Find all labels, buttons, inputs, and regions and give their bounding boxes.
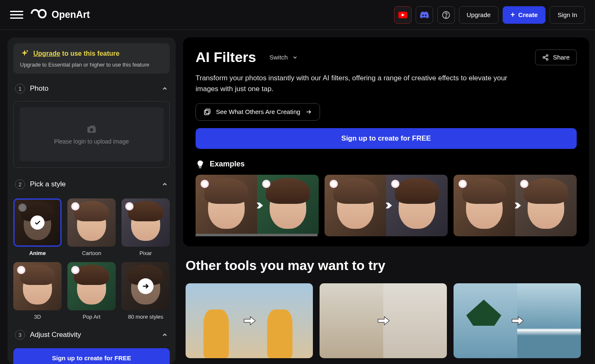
brand-name: OpenArt (52, 9, 90, 20)
arrow-right-icon (509, 201, 521, 210)
step-style-header[interactable]: 2 Pick a style (13, 176, 170, 193)
arrow-right-icon (380, 201, 392, 210)
tool-card-1[interactable] (186, 283, 313, 358)
svg-point-4 (90, 128, 93, 131)
svg-point-2 (446, 17, 446, 17)
content: AI Filters Switch Share Transform your p… (183, 37, 589, 364)
help-icon (442, 11, 450, 19)
step-number: 3 (15, 330, 25, 340)
tool-card-3[interactable] (454, 283, 581, 358)
hero-description: Transform your photos instantly with our… (196, 73, 520, 95)
tools-row (183, 283, 589, 358)
menu-button[interactable] (10, 8, 23, 22)
arrow-right-icon (377, 315, 389, 326)
switch-dropdown[interactable]: Switch (269, 54, 298, 61)
style-pixar[interactable]: Pixar (121, 198, 170, 256)
other-tools-title: Other tools you may want to try (186, 258, 589, 273)
sparkle-icon (20, 49, 29, 58)
discord-icon (420, 11, 429, 19)
arrow-right-icon (511, 315, 523, 326)
upgrade-link[interactable]: Upgrade (33, 50, 60, 57)
svg-point-3 (27, 50, 28, 52)
style-label: Cartoon (82, 250, 101, 256)
gallery-icon (203, 108, 211, 116)
tool-card-2[interactable] (320, 283, 447, 358)
style-label: 3D (34, 314, 41, 320)
discord-button[interactable] (416, 6, 433, 24)
hero: AI Filters Switch Share Transform your p… (183, 37, 589, 246)
step-title: Adjust Creativity (30, 331, 81, 339)
upgrade-subtitle: Upgrade to Essential plan or higher to u… (20, 62, 163, 68)
style-3d[interactable]: 3D (13, 262, 62, 320)
chevron-down-icon (292, 54, 298, 60)
upgrade-button[interactable]: Upgrade (459, 6, 499, 24)
chevron-up-icon (161, 332, 168, 338)
examples-row[interactable] (196, 175, 577, 236)
step-number: 1 (15, 84, 25, 94)
svg-rect-8 (206, 109, 210, 114)
step-title: Photo (30, 84, 48, 93)
style-label: Pixar (139, 250, 152, 256)
style-more[interactable]: 80 more styles (121, 262, 170, 320)
scrollbar-thumb[interactable] (196, 234, 317, 236)
sidebar: Upgrade to use this feature Upgrade to E… (7, 37, 176, 364)
style-popart[interactable]: Pop Art (67, 262, 116, 320)
camera-icon (87, 124, 97, 134)
arrow-right-icon (141, 283, 150, 290)
arrow-right-icon (251, 201, 263, 210)
lightbulb-icon (196, 160, 205, 169)
svg-point-6 (543, 57, 545, 58)
help-button[interactable] (437, 6, 455, 24)
see-others-button[interactable]: See What Others Are Creating (196, 103, 320, 121)
step-photo-header[interactable]: 1 Photo (13, 80, 170, 97)
svg-point-5 (546, 54, 548, 56)
chevron-up-icon (161, 181, 168, 188)
style-label: 80 more styles (128, 314, 164, 320)
create-button[interactable]: + Create (503, 6, 545, 24)
arrow-right-icon (243, 315, 255, 326)
chevron-up-icon (161, 85, 168, 92)
sidebar-signup-button[interactable]: Sign up to create for FREE (13, 348, 170, 364)
example-1[interactable] (196, 175, 319, 236)
example-2[interactable] (325, 175, 448, 236)
style-label: Pop Art (83, 314, 101, 320)
step-title: Pick a style (30, 180, 66, 188)
style-label: Anime (29, 250, 46, 256)
page-title: AI Filters (196, 49, 256, 65)
svg-point-7 (546, 58, 548, 60)
youtube-icon (398, 12, 407, 18)
share-button[interactable]: Share (535, 50, 577, 65)
style-anime[interactable]: Anime (13, 198, 62, 256)
youtube-button[interactable] (394, 6, 412, 24)
step-creativity-header[interactable]: 3 Adjust Creativity (13, 327, 170, 343)
logo[interactable]: OpenArt (30, 8, 90, 22)
logo-icon (30, 8, 47, 22)
check-icon (34, 219, 41, 226)
style-cartoon[interactable]: Cartoon (67, 198, 116, 256)
examples-title: Examples (210, 160, 245, 168)
arrow-right-icon (305, 109, 312, 115)
plus-icon: + (511, 10, 515, 19)
step-number: 2 (15, 179, 25, 189)
share-icon (542, 54, 549, 61)
upload-area[interactable]: Please login to upload image (13, 101, 170, 168)
svg-rect-9 (204, 110, 209, 115)
hero-signup-button[interactable]: Sign up to create for FREE (196, 128, 577, 149)
styles-grid: Anime Cartoon Pixar 3D Pop Art 80 more s… (13, 198, 170, 320)
upload-text: Please login to upload image (54, 138, 129, 145)
upgrade-banner[interactable]: Upgrade to use this feature Upgrade to E… (13, 43, 170, 74)
signin-button[interactable]: Sign In (550, 6, 585, 24)
example-3[interactable] (454, 175, 577, 236)
